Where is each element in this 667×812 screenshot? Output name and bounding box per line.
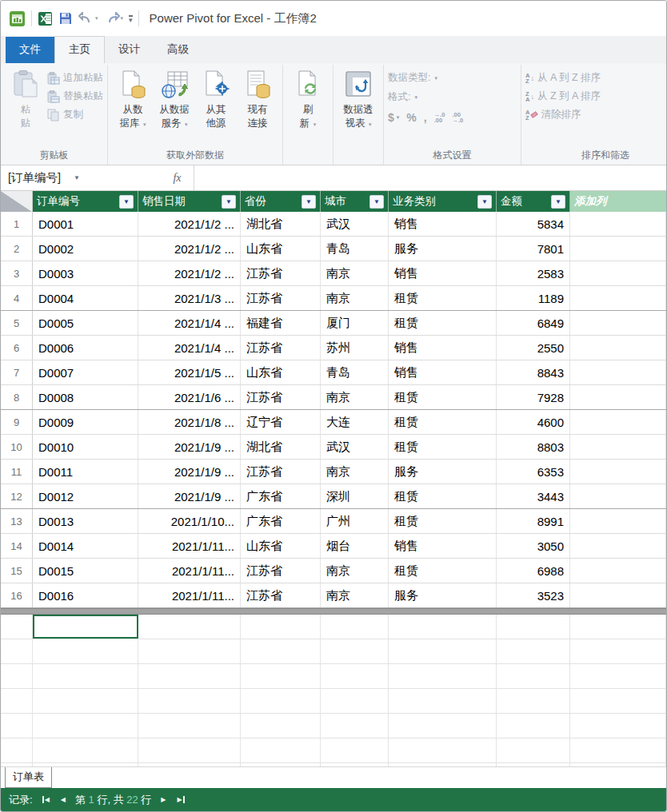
cell-sale-date[interactable]: 2021/1/2 ...: [138, 237, 241, 261]
filter-dropdown-icon[interactable]: ▼: [369, 195, 384, 209]
empty-cell[interactable]: [138, 664, 241, 688]
copy-button[interactable]: 复制: [46, 108, 103, 121]
row-number[interactable]: 10: [1, 435, 33, 459]
empty-cell[interactable]: [241, 615, 321, 639]
cell-province[interactable]: 广东省: [241, 509, 321, 533]
empty-cell[interactable]: [497, 689, 570, 713]
paste-button[interactable]: 粘 贴: [5, 68, 46, 129]
cell-amount[interactable]: 3523: [497, 583, 570, 607]
increase-decimal-button[interactable]: →.0.00: [434, 112, 445, 123]
cell-province[interactable]: 福建省: [241, 311, 321, 335]
redo-button[interactable]: ▾: [104, 12, 124, 25]
cell-sale-date[interactable]: 2021/1/8 ...: [138, 410, 241, 434]
switch-to-excel-button[interactable]: [38, 11, 53, 26]
select-all-corner[interactable]: [1, 191, 33, 212]
cell-category[interactable]: 销售: [389, 360, 497, 384]
cell-sale-date[interactable]: 2021/1/11...: [138, 583, 241, 607]
cell-order-id[interactable]: D0012: [33, 484, 138, 508]
empty-cell[interactable]: [241, 689, 321, 713]
cell-province[interactable]: 江苏省: [241, 336, 321, 360]
empty-cell[interactable]: [33, 738, 138, 762]
empty-cell[interactable]: [570, 714, 666, 738]
cell-city[interactable]: 厦门: [321, 311, 389, 335]
filter-dropdown-icon[interactable]: ▼: [477, 195, 492, 209]
empty-cell[interactable]: [1, 714, 33, 738]
cell-sale-date[interactable]: 2021/1/11...: [138, 534, 241, 558]
next-record-icon[interactable]: ▶: [161, 796, 166, 803]
cell-province[interactable]: 湖北省: [241, 435, 321, 459]
empty-cell[interactable]: [241, 639, 321, 663]
row-number[interactable]: 11: [1, 460, 33, 484]
empty-cell[interactable]: [33, 714, 138, 738]
cell-amount[interactable]: 8843: [497, 360, 570, 384]
cell-sale-date[interactable]: 2021/1/5 ...: [138, 360, 241, 384]
empty-cell[interactable]: [570, 664, 666, 688]
cell-sale-date[interactable]: 2021/1/4 ...: [138, 336, 241, 360]
row-number[interactable]: 6: [1, 336, 33, 360]
cell-city[interactable]: 深圳: [321, 484, 389, 508]
first-record-icon[interactable]: ◀: [42, 796, 50, 803]
cell-category[interactable]: 服务: [389, 583, 497, 607]
empty-cell[interactable]: [241, 738, 321, 762]
name-box[interactable]: [订单编号] ▼: [1, 165, 161, 190]
cell-amount[interactable]: 5834: [497, 212, 570, 236]
cell-province[interactable]: 山东省: [241, 534, 321, 558]
cell-add-column[interactable]: [570, 286, 666, 310]
cell-add-column[interactable]: [570, 237, 666, 261]
row-number[interactable]: 13: [1, 509, 33, 533]
row-number[interactable]: 15: [1, 559, 33, 583]
empty-cell[interactable]: [138, 714, 241, 738]
undo-button[interactable]: ▾: [78, 12, 98, 25]
empty-cell[interactable]: [497, 615, 570, 639]
cell-add-column[interactable]: [570, 534, 666, 558]
cell-add-column[interactable]: [570, 410, 666, 434]
column-header[interactable]: 销售日期▼: [138, 191, 241, 212]
thousands-separator-button[interactable]: ,: [424, 111, 427, 124]
column-header[interactable]: 金额▼: [497, 191, 570, 212]
cell-city[interactable]: 南京: [321, 559, 389, 583]
empty-cell[interactable]: [389, 615, 497, 639]
cell-add-column[interactable]: [570, 385, 666, 409]
empty-cell[interactable]: [241, 664, 321, 688]
from-other-sources-button[interactable]: 从其 他源: [195, 68, 237, 129]
empty-cell[interactable]: [138, 689, 241, 713]
empty-cell[interactable]: [389, 738, 497, 762]
cell-sale-date[interactable]: 2021/1/9 ...: [138, 484, 241, 508]
empty-cell[interactable]: [497, 738, 570, 762]
column-header[interactable]: 省份▼: [241, 191, 321, 212]
cell-add-column[interactable]: [570, 212, 666, 236]
empty-cell[interactable]: [1, 615, 33, 639]
cell-province[interactable]: 山东省: [241, 360, 321, 384]
percent-format-button[interactable]: %: [406, 111, 416, 124]
pane-splitter[interactable]: [1, 608, 666, 615]
empty-cell[interactable]: [33, 639, 138, 663]
from-data-service-button[interactable]: 从数据 服务 ▾: [154, 68, 195, 129]
cell-sale-date[interactable]: 2021/1/2 ...: [138, 212, 241, 236]
cell-order-id[interactable]: D0007: [33, 360, 138, 384]
empty-cell[interactable]: [241, 714, 321, 738]
cell-category[interactable]: 租赁: [389, 286, 497, 310]
cell-sale-date[interactable]: 2021/1/4 ...: [138, 311, 241, 335]
row-number[interactable]: 1: [1, 212, 33, 236]
empty-cell[interactable]: [1, 738, 33, 762]
empty-cell[interactable]: [570, 738, 666, 762]
cell-category[interactable]: 租赁: [389, 410, 497, 434]
cell-category[interactable]: 租赁: [389, 435, 497, 459]
row-number[interactable]: 2: [1, 237, 33, 261]
cell-amount[interactable]: 4600: [497, 410, 570, 434]
refresh-button[interactable]: 刷 新 ▾: [287, 68, 329, 129]
row-number[interactable]: 9: [1, 410, 33, 434]
empty-cell[interactable]: [389, 714, 497, 738]
row-number[interactable]: 7: [1, 360, 33, 384]
cell-city[interactable]: 南京: [321, 460, 389, 484]
cell-add-column[interactable]: [570, 509, 666, 533]
decrease-decimal-button[interactable]: .00→.0: [452, 112, 463, 123]
empty-cell[interactable]: [497, 664, 570, 688]
cell-province[interactable]: 辽宁省: [241, 410, 321, 434]
empty-cell[interactable]: [497, 714, 570, 738]
cell-city[interactable]: 南京: [321, 286, 389, 310]
tab-advanced[interactable]: 高级: [154, 37, 202, 63]
empty-cell[interactable]: [138, 615, 241, 639]
currency-format-button[interactable]: $: [388, 111, 394, 124]
cell-category[interactable]: 租赁: [389, 385, 497, 409]
